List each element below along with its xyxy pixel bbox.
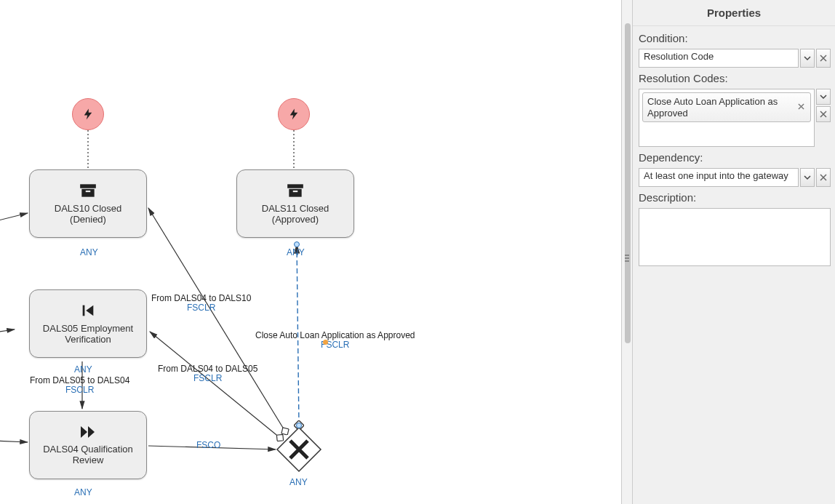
error-event-2[interactable]	[278, 98, 310, 130]
svg-rect-11	[81, 188, 94, 196]
panel-splitter[interactable]	[621, 0, 633, 504]
close-icon	[820, 111, 827, 118]
scroll-thumb[interactable]	[625, 23, 631, 343]
svg-line-2	[0, 213, 28, 225]
svg-rect-13	[287, 184, 303, 188]
edge-label-dals04-dals05[interactable]: From DALS04 to DALS05 FSCLR	[158, 364, 257, 383]
app-root: DALS10 Closed (Denied) ANY DALS11 Closed…	[0, 0, 835, 504]
resolution-codes-side-buttons	[816, 89, 831, 122]
condition-row: Resolution Code	[639, 49, 831, 68]
error-event-1[interactable]	[72, 98, 104, 130]
edge-label-fsco[interactable]: FSCO	[196, 441, 220, 450]
chevron-down-icon	[804, 55, 811, 62]
node-any-label: ANY	[80, 247, 98, 257]
description-label: Description:	[639, 191, 831, 204]
condition-clear-button[interactable]	[816, 49, 831, 68]
resolution-codes-box[interactable]: Close Auto Loan Application as Approved	[639, 89, 815, 147]
node-any-label: ANY	[74, 364, 92, 375]
gateway-any-label: ANY	[289, 477, 308, 487]
svg-line-3	[0, 329, 15, 335]
chevron-down-icon	[820, 93, 827, 100]
tag-text: Close Auto Loan Application as Approved	[647, 96, 796, 119]
lightning-icon	[287, 108, 300, 121]
edge-sub: FSCLR	[158, 374, 257, 383]
tag-remove-button[interactable]	[796, 103, 806, 112]
resolution-code-tag[interactable]: Close Auto Loan Application as Approved	[642, 92, 811, 122]
edge-sub: FSCLR	[30, 385, 129, 395]
edge-sub: FSCLR	[255, 340, 415, 350]
condition-dropdown-button[interactable]	[800, 49, 815, 68]
resolution-codes-row: Close Auto Loan Application as Approved	[639, 89, 831, 147]
node-label: DALS10 Closed	[55, 204, 122, 215]
svg-rect-16	[83, 305, 85, 316]
edge-label-dals04-dals10[interactable]: From DALS04 to DALS10 FSCLR	[151, 294, 251, 313]
node-label: Verification	[65, 335, 111, 345]
edge-label-close-approved[interactable]: Close Auto Loan Application as Approved …	[255, 331, 415, 350]
node-any-label: ANY	[287, 247, 305, 257]
node-label: DALS11 Closed	[262, 204, 329, 215]
dependency-input[interactable]: At least one input into the gateway	[639, 168, 799, 187]
lightning-icon	[81, 108, 95, 121]
exclusive-gateway[interactable]	[276, 426, 322, 473]
condition-label: Condition:	[639, 32, 831, 44]
skip-back-icon	[80, 303, 96, 321]
node-dals10-closed-denied[interactable]: DALS10 Closed (Denied)	[29, 169, 147, 238]
edge-label-dals05-dals04[interactable]: From DALS05 to DALS04 FSCLR	[30, 376, 129, 395]
node-dals11-closed-approved[interactable]: DALS11 Closed (Approved)	[236, 169, 354, 238]
condition-input[interactable]: Resolution Code	[639, 49, 799, 68]
node-any-label: ANY	[74, 487, 92, 497]
archive-icon	[286, 183, 305, 201]
svg-line-4	[0, 440, 28, 442]
dependency-row: At least one input into the gateway	[639, 168, 831, 187]
node-label: DALS04 Qualification	[43, 444, 133, 455]
node-dals05-employment-verification[interactable]: DALS05 Employment Verification	[29, 289, 147, 358]
edge-waypoint[interactable]	[323, 340, 328, 345]
svg-line-5	[148, 208, 285, 431]
dependency-clear-button[interactable]	[816, 168, 831, 187]
close-icon	[798, 103, 804, 110]
endpoint-bottom[interactable]	[296, 423, 302, 428]
diagram-canvas[interactable]: DALS10 Closed (Denied) ANY DALS11 Closed…	[0, 0, 621, 504]
dependency-dropdown-button[interactable]	[800, 168, 815, 187]
svg-rect-15	[293, 191, 298, 192]
svg-rect-14	[289, 188, 301, 196]
node-label: (Approved)	[272, 215, 319, 225]
chevron-down-icon	[804, 174, 811, 181]
splitter-grip-icon	[625, 255, 629, 262]
close-icon	[820, 174, 827, 181]
node-label: (Denied)	[70, 215, 106, 225]
edge-sub: FSCLR	[151, 303, 251, 313]
properties-panel: Properties Condition: Resolution Code Re…	[633, 0, 835, 504]
panel-title: Properties	[633, 0, 835, 26]
fast-forward-icon	[79, 425, 97, 441]
svg-rect-10	[80, 184, 96, 188]
node-label: Review	[73, 455, 104, 466]
node-label: DALS05 Employment	[43, 324, 133, 335]
resolution-codes-dropdown-button[interactable]	[816, 89, 831, 105]
resolution-codes-clear-button[interactable]	[816, 106, 831, 122]
svg-rect-12	[86, 191, 91, 192]
panel-body: Condition: Resolution Code Resolution Co…	[633, 26, 835, 272]
dependency-label: Dependency:	[639, 151, 831, 164]
resolution-codes-label: Resolution Codes:	[639, 72, 831, 84]
endpoint-top[interactable]	[294, 241, 300, 247]
node-dals04-qualification-review[interactable]: DALS04 Qualification Review	[29, 411, 147, 479]
close-icon	[820, 55, 827, 62]
description-input[interactable]	[639, 208, 831, 266]
archive-icon	[79, 183, 97, 201]
